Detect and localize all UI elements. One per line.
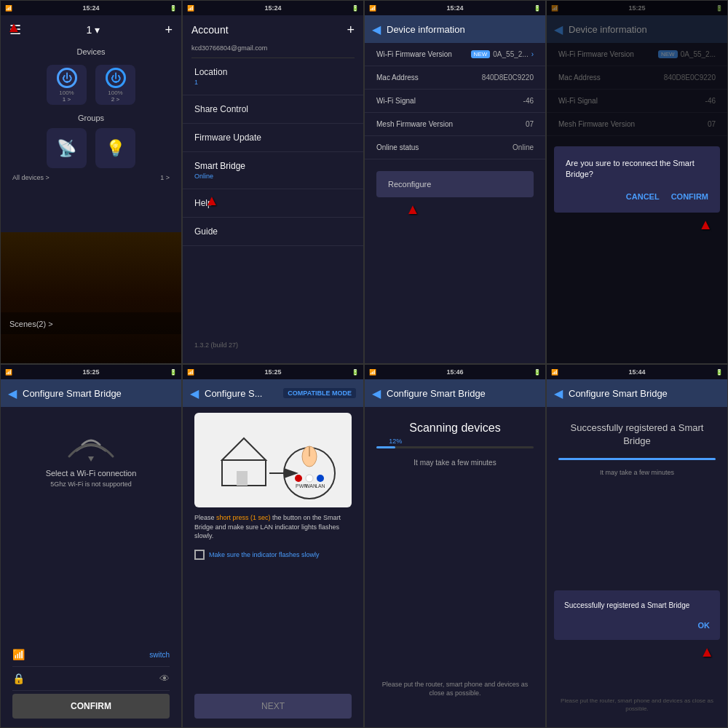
info-row-mac: Mac Address 840D8E0C9220 [365, 66, 545, 90]
app-bar-3: ◀ Device information [365, 15, 545, 43]
screen-success: 📶 15:44 🔋 ◀ Configure Smart Bridge Succe… [546, 364, 728, 728]
group-2[interactable]: 💡 [95, 128, 135, 168]
signal-icon-5: 📶 [5, 369, 12, 376]
checkbox-label: Make sure the indicator flashes slowly [209, 551, 320, 558]
configure-title-7: Configure Smart Bridge [387, 388, 486, 399]
menu-firmware[interactable]: Firmware Update [183, 124, 363, 152]
reconfigure-button[interactable]: Reconfigure [376, 171, 534, 197]
group-icon-2: 💡 [106, 139, 125, 158]
mesh-value: 07 [526, 120, 534, 128]
chevron-right-icon: › [531, 50, 534, 58]
annotation-arrow-8 [700, 644, 714, 660]
back-button-3[interactable]: ◀ [372, 23, 381, 36]
mesh-label: Mesh Firmware Version [376, 120, 453, 128]
device-info-title: Device information [387, 24, 465, 35]
status-bar-5: 📶 15:25 🔋 [1, 365, 181, 379]
success-dialog: Successfully registered a Smart Bridge O… [554, 590, 720, 640]
firmware-value-group: NEW 0A_55_2... › [471, 50, 534, 58]
back-button-7[interactable]: ◀ [372, 387, 381, 400]
status-bar-2: 📶 15:24 🔋 [183, 1, 363, 15]
wifi-ssid-row[interactable]: 📶 switch [12, 643, 170, 667]
add-button-2[interactable]: + [347, 23, 355, 38]
menu-smart-bridge[interactable]: Smart Bridge Online [183, 152, 363, 189]
menu-location[interactable]: Location 1 [183, 58, 363, 95]
success-bottom-text: Please put the router, smart phone and d… [547, 697, 727, 713]
add-button[interactable]: + [165, 23, 173, 38]
time-3: 15:24 [446, 4, 463, 12]
firmware-value: 0A_55_2... [493, 50, 528, 58]
scanning-title: Scanning devices [365, 407, 545, 440]
app-bar-1: ☰ 1 ▾ + [1, 15, 181, 44]
wifi-password-row[interactable]: 🔒 👁 [12, 667, 170, 691]
time-7: 15:46 [446, 368, 463, 376]
device-1[interactable]: ⏻ 100% 1 > [47, 65, 87, 105]
ok-button[interactable]: OK [564, 621, 710, 630]
power-icon-1: ⏻ [57, 68, 77, 88]
dialog-buttons: CANCEL CONFIRM [566, 192, 708, 201]
indicator-checkbox[interactable] [194, 550, 205, 560]
time-1: 15:24 [82, 4, 99, 12]
compatible-badge: COMPATIBLE MODE [283, 388, 356, 398]
wifi-graphic [62, 429, 120, 469]
signal-icon: 📶 [5, 5, 12, 12]
time-6: 15:25 [264, 368, 281, 376]
smart-bridge-sub: Online [194, 173, 352, 180]
app-bar-2: Account + [183, 15, 363, 44]
device-2[interactable]: ⏻ 100% 2 > [95, 65, 135, 105]
wifi-bottom: 📶 switch 🔒 👁 [1, 643, 181, 691]
back-button-6[interactable]: ◀ [190, 387, 199, 400]
success-title: Successfully registered a Smart Bridge [547, 407, 727, 452]
wifi-note: 5Ghz Wi-Fi is not supported [50, 480, 132, 488]
scanning-sub: It may take a few minutes [365, 454, 545, 471]
switch-link[interactable]: switch [149, 651, 170, 659]
info-row-mesh: Mesh Firmware Version 07 [365, 113, 545, 136]
back-button-5[interactable]: ◀ [8, 387, 17, 400]
status-bar-3: 📶 15:24 🔋 [365, 1, 545, 15]
status-bar-8: 📶 15:44 🔋 [547, 365, 727, 379]
menu-guide[interactable]: Guide [183, 218, 363, 246]
group-1[interactable]: 📡 [47, 128, 87, 168]
annotation-arrow-1 [7, 19, 21, 36]
next-button[interactable]: NEXT [194, 694, 352, 719]
scenes-text: Scenes(2) > [9, 320, 53, 328]
confirm-button-5[interactable]: CONFIRM [12, 694, 170, 719]
app-bar-5: ◀ Configure Smart Bridge [1, 379, 181, 407]
scenes-row[interactable]: Scenes(2) > [1, 312, 181, 334]
back-button-8[interactable]: ◀ [554, 387, 563, 400]
signal-icon-7: 📶 [369, 369, 376, 376]
annotation-arrow-2 [205, 192, 219, 209]
account-title: Account [191, 24, 229, 36]
all-devices-link[interactable]: All devices > [12, 174, 50, 181]
battery-icon-6: 🔋 [352, 369, 359, 376]
devices-title: 1 ▾ [86, 24, 100, 36]
instruction-text: Please short press (1 sec) the button on… [183, 513, 363, 545]
confirm-button[interactable]: CONFIRM [671, 192, 708, 201]
device-pct-2: 100% [108, 90, 122, 96]
info-row-firmware: Wi-Fi Firmware Version NEW 0A_55_2... › [365, 43, 545, 66]
checkbox-row[interactable]: Make sure the indicator flashes slowly [183, 545, 363, 564]
svg-rect-2 [237, 471, 248, 486]
svg-point-6 [306, 475, 313, 482]
router-diagram: PWR WAN LAN [200, 416, 346, 504]
status-bar-6: 📶 15:25 🔋 [183, 365, 363, 379]
svg-marker-0 [222, 438, 266, 460]
eye-icon[interactable]: 👁 [159, 673, 170, 684]
progress-bar-fill [376, 446, 395, 448]
configure-title-5: Configure Smart Bridge [23, 388, 122, 399]
battery-icon-5: 🔋 [170, 369, 177, 376]
svg-point-5 [295, 475, 302, 482]
signal-value: -46 [523, 97, 534, 105]
device-1-link[interactable]: 1 > [160, 174, 170, 181]
group-icon-1: 📡 [57, 139, 76, 158]
progress-bar-wrap: 12% [376, 446, 534, 448]
cancel-button[interactable]: CANCEL [626, 192, 660, 201]
progress-bar-full [558, 458, 716, 460]
signal-icon-6: 📶 [187, 369, 194, 376]
success-sub: It may take a few minutes [547, 466, 727, 479]
annotation-arrow-5 [34, 722, 49, 728]
signal-icon-8: 📶 [551, 369, 558, 376]
menu-share[interactable]: Share Control [183, 95, 363, 124]
annotation-arrow-4 [698, 216, 713, 233]
location-sub: 1 [194, 79, 352, 86]
screen-account: 📶 15:24 🔋 Account + kcd30766804@gmail.co… [182, 0, 364, 364]
